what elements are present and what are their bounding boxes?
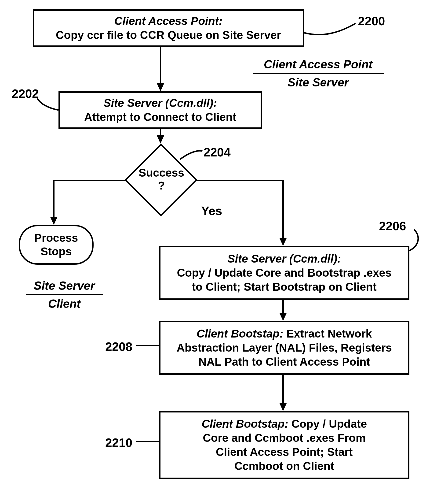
context-1-top: Client Access Point [253, 57, 384, 71]
context-siteserver-client: Site Server Client [26, 279, 103, 311]
svg-marker-5 [157, 135, 164, 144]
ref-2206: 2206 [379, 219, 406, 233]
node-2208-body1: Extract Network [283, 327, 372, 340]
ref-2210: 2210 [105, 436, 132, 450]
node-2206-body1: Copy / Update Core and Bootstrap .exes [177, 266, 392, 280]
node-2210-title: Client Bootstap: [202, 418, 288, 430]
context-1-divider [253, 73, 384, 74]
context-2-bottom: Client [26, 297, 103, 311]
terminator-process-stops: Process Stops [19, 225, 93, 265]
decision-yes-label: Yes [201, 204, 222, 218]
ref-2200: 2200 [358, 14, 385, 28]
context-1-bottom: Site Server [253, 75, 384, 89]
ref-2208: 2208 [105, 340, 132, 354]
svg-marker-11 [279, 238, 287, 246]
node-2200-body: Copy ccr file to CCR Queue on Site Serve… [56, 28, 281, 42]
node-2210-body2: Core and Ccmboot .exes From [203, 431, 366, 445]
node-2206-body2: to Client; Start Bootstrap on Client [192, 280, 376, 294]
ref-2204: 2204 [203, 145, 231, 159]
svg-marker-13 [279, 313, 287, 321]
decision-line2: ? [138, 179, 185, 192]
node-2206: Site Server (Ccm.dll): Copy / Update Cor… [159, 246, 409, 300]
node-2202-body: Attempt to Connect to Client [84, 110, 237, 124]
decision-line1: Success [138, 166, 185, 179]
node-2208-body3: NAL Path to Client Access Point [198, 355, 370, 369]
svg-marker-15 [279, 403, 287, 411]
ref-2202: 2202 [12, 87, 39, 101]
node-2210-body3: Client Access Point; Start [216, 445, 353, 459]
node-2208-body2: Abstraction Layer (NAL) Files, Registers [177, 341, 392, 355]
decision-text: Success ? [138, 166, 185, 192]
context-cap-siteserver: Client Access Point Site Server [253, 57, 384, 89]
node-2208-title: Client Bootstap: [196, 327, 283, 340]
node-2202-title: Site Server (Ccm.dll): [103, 96, 217, 110]
node-2200: Client Access Point: Copy ccr file to CC… [33, 9, 304, 47]
terminator-line1: Process [34, 231, 78, 245]
node-2202: Site Server (Ccm.dll): Attempt to Connec… [59, 91, 262, 129]
node-2210-body4: Ccmboot on Client [234, 459, 334, 473]
flowchart-canvas: Client Access Point: Copy ccr file to CC… [0, 0, 448, 490]
node-2200-title: Client Access Point: [114, 14, 222, 28]
node-2208: Client Bootstap: Extract Network Abstrac… [159, 321, 409, 375]
node-2206-title: Site Server (Ccm.dll): [227, 252, 341, 266]
node-2210-line1: Client Bootstap: Copy / Update [202, 417, 367, 431]
context-2-top: Site Server [26, 279, 103, 293]
node-2210: Client Bootstap: Copy / Update Core and … [159, 411, 409, 479]
node-2208-line1: Client Bootstap: Extract Network [196, 327, 372, 341]
svg-marker-8 [50, 217, 58, 225]
svg-marker-3 [157, 83, 164, 91]
context-2-divider [26, 294, 103, 295]
terminator-line2: Stops [41, 245, 72, 258]
node-2210-body1: Copy / Update [288, 418, 367, 430]
